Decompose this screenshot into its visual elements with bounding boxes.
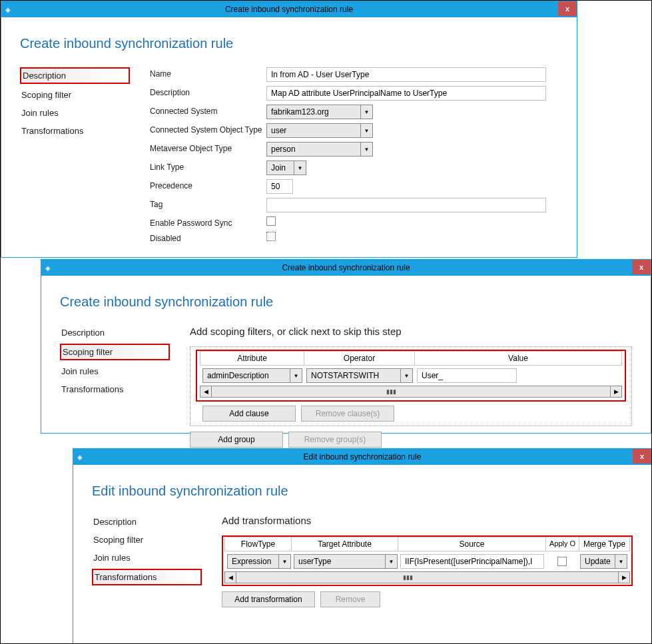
filter-header-operator: Operator <box>304 352 415 365</box>
scroll-left-button[interactable]: ◀ <box>200 386 212 398</box>
enable-password-sync-label: Enable Password Sync <box>150 216 266 228</box>
header-source: Source <box>398 537 546 551</box>
connected-object-type-label: Connected System Object Type <box>150 123 266 135</box>
metaverse-object-type-label: Metaverse Object Type <box>150 142 266 153</box>
window-title: Edit inbound synchronization rule <box>304 452 422 462</box>
titlebar[interactable]: ◈ Create inbound synchronization rule x <box>41 260 651 276</box>
nav-transformations[interactable]: Transformations <box>60 382 170 396</box>
app-icon: ◈ <box>45 264 51 272</box>
close-button[interactable]: x <box>558 1 577 16</box>
add-clause-button[interactable]: Add clause <box>202 406 296 422</box>
transformation-header-row: FlowType Target Attribute Source Apply O… <box>224 537 630 551</box>
chevron-down-icon: ▼ <box>360 105 372 119</box>
app-icon: ◈ <box>77 454 83 461</box>
header-apply-once: Apply O <box>546 537 579 551</box>
remove-clause-button[interactable]: Remove clause(s) <box>301 406 394 422</box>
scoping-section-title: Add scoping filters, or click next to sk… <box>190 326 632 337</box>
add-transformation-button[interactable]: Add transformation <box>222 591 315 607</box>
header-merge-type: Merge Type <box>579 537 629 551</box>
link-type-dropdown[interactable]: Join▼ <box>266 161 306 175</box>
scoping-group: Attribute Operator Value adminDescriptio… <box>190 346 632 426</box>
precedence-input[interactable] <box>266 179 293 194</box>
source-input[interactable] <box>400 554 544 569</box>
disabled-checkbox[interactable] <box>266 232 276 241</box>
filter-operator-dropdown[interactable]: NOTSTARTSWITH▼ <box>306 368 413 383</box>
nav: Description Scoping filter Join rules Tr… <box>60 326 170 448</box>
tag-input[interactable] <box>266 198 546 212</box>
nav-description[interactable]: Description <box>92 515 202 529</box>
chevron-down-icon: ▼ <box>615 555 627 568</box>
scroll-right-button[interactable]: ▶ <box>618 571 630 583</box>
nav: Description Scoping filter Join rules Tr… <box>20 67 130 247</box>
window-create-rule-description: ◈ Create inbound synchronization rule x … <box>1 1 577 258</box>
scoping-form: Add scoping filters, or click next to sk… <box>190 326 632 448</box>
close-button[interactable]: x <box>633 449 651 464</box>
merge-type-dropdown[interactable]: Update▼ <box>580 554 627 569</box>
tag-label: Tag <box>150 198 266 209</box>
description-input[interactable] <box>266 86 546 101</box>
nav-scoping-filter[interactable]: Scoping filter <box>60 344 170 360</box>
scroll-track[interactable]: ▮▮▮ <box>212 386 610 398</box>
titlebar[interactable]: ◈ Edit inbound synchronization rule x <box>73 449 651 465</box>
remove-transformation-button[interactable]: Remove <box>320 591 380 607</box>
nav-description[interactable]: Description <box>60 326 170 340</box>
add-group-button[interactable]: Add group <box>190 432 283 448</box>
transformation-row: Expression▼ userType▼ Update▼ <box>224 551 630 569</box>
flowtype-dropdown[interactable]: Expression▼ <box>227 554 291 569</box>
remove-group-button[interactable]: Remove group(s) <box>288 432 382 448</box>
chevron-down-icon: ▼ <box>290 369 302 382</box>
transformations-highlight: FlowType Target Attribute Source Apply O… <box>222 535 633 586</box>
connected-system-dropdown[interactable]: fabrikam123.org▼ <box>266 105 373 119</box>
apply-once-checkbox[interactable] <box>557 557 567 566</box>
window-title: Create inbound synchronization rule <box>225 5 353 14</box>
horizontal-scrollbar[interactable]: ◀ ▮▮▮ ▶ <box>224 571 630 583</box>
header-flowtype: FlowType <box>225 537 292 551</box>
filter-header-value: Value <box>415 352 621 365</box>
connected-object-type-dropdown[interactable]: user▼ <box>266 123 373 138</box>
nav-scoping-filter[interactable]: Scoping filter <box>20 88 130 102</box>
precedence-label: Precedence <box>150 179 266 190</box>
nav-scoping-filter[interactable]: Scoping filter <box>92 533 202 547</box>
name-input[interactable] <box>266 67 546 82</box>
scroll-right-button[interactable]: ▶ <box>610 386 622 398</box>
filter-header-attribute: Attribute <box>200 352 304 365</box>
name-label: Name <box>150 67 266 79</box>
page-heading: Create inbound synchronization rule <box>20 36 558 51</box>
chevron-down-icon: ▼ <box>294 161 306 174</box>
transformations-form: Add transformations FlowType Target Attr… <box>222 515 633 607</box>
filter-value-input[interactable] <box>417 368 517 383</box>
nav-transformations[interactable]: Transformations <box>20 124 130 138</box>
scroll-track[interactable]: ▮▮▮ <box>236 571 618 583</box>
connected-system-label: Connected System <box>150 105 266 116</box>
scoping-filter-highlight: Attribute Operator Value adminDescriptio… <box>196 350 626 402</box>
target-attribute-dropdown[interactable]: userType▼ <box>294 554 398 569</box>
page-heading: Create inbound synchronization rule <box>60 294 632 310</box>
nav-description[interactable]: Description <box>20 67 130 84</box>
nav-join-rules[interactable]: Join rules <box>60 364 170 378</box>
page-heading: Edit inbound synchronization rule <box>92 483 633 499</box>
nav-join-rules[interactable]: Join rules <box>92 551 202 565</box>
scroll-left-button[interactable]: ◀ <box>224 571 236 583</box>
close-button[interactable]: x <box>632 260 651 274</box>
metaverse-object-type-dropdown[interactable]: person▼ <box>266 142 373 157</box>
filter-row: adminDescription▼ NOTSTARTSWITH▼ <box>200 366 622 383</box>
chevron-down-icon: ▼ <box>400 369 412 382</box>
horizontal-scrollbar[interactable]: ◀ ▮▮▮ ▶ <box>200 386 622 398</box>
enable-password-sync-checkbox[interactable] <box>266 216 276 226</box>
window-title: Create inbound synchronization rule <box>282 263 410 272</box>
transformations-section-title: Add transformations <box>222 515 633 526</box>
filter-attribute-dropdown[interactable]: adminDescription▼ <box>202 368 302 383</box>
chevron-down-icon: ▼ <box>278 555 290 568</box>
chevron-down-icon: ▼ <box>385 555 397 568</box>
filter-header-row: Attribute Operator Value <box>200 351 622 366</box>
chevron-down-icon: ▼ <box>360 124 372 137</box>
chevron-down-icon: ▼ <box>360 143 372 156</box>
link-type-label: Link Type <box>150 161 266 172</box>
titlebar[interactable]: ◈ Create inbound synchronization rule x <box>1 1 577 17</box>
nav-transformations[interactable]: Transformations <box>92 569 202 585</box>
app-icon: ◈ <box>5 6 11 13</box>
window-create-rule-scoping: ◈ Create inbound synchronization rule x … <box>41 259 651 434</box>
description-form: Name Description Connected System fabrik… <box>150 67 558 247</box>
nav-join-rules[interactable]: Join rules <box>20 106 130 120</box>
nav: Description Scoping filter Join rules Tr… <box>92 515 202 607</box>
